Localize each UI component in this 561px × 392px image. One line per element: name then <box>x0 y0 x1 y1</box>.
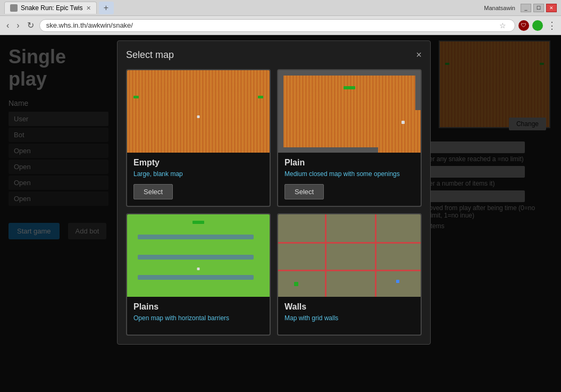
map-thumb-empty <box>127 70 270 153</box>
select-empty-button[interactable]: Select <box>133 184 173 199</box>
map-desc-plain: Medium closed map with some openings <box>284 170 414 179</box>
snake-dot <box>133 96 139 98</box>
shield-icon[interactable]: 🛡 <box>518 20 529 31</box>
map-desc-empty: Large, blank map <box>133 170 263 179</box>
snake-dot-plains <box>192 221 204 224</box>
wall-grid-h2 <box>278 270 421 271</box>
url-text: ske.whs.in.th/awkwin/snake/ <box>46 21 133 29</box>
window-username: Manatsawin <box>484 5 515 11</box>
map-card-walls[interactable]: Walls Map with grid walls <box>277 213 422 336</box>
select-map-modal: Select map × Empty Large, blank map Sele… <box>117 40 431 345</box>
wall-top <box>278 70 421 76</box>
map-card-walls-info: Walls Map with grid walls <box>278 297 421 335</box>
snake-dot <box>258 96 263 98</box>
select-plain-button[interactable]: Select <box>284 184 324 199</box>
tab-title: Snake Run: Epic Twis <box>21 4 83 12</box>
map-name-plain: Plain <box>284 158 414 168</box>
close-button[interactable]: ✕ <box>546 4 557 12</box>
wall-grid-v2 <box>375 214 376 297</box>
page-content: Single play Name User Bot Open Open Open… <box>0 35 561 392</box>
forward-button[interactable]: › <box>14 20 21 31</box>
snake-dot-walls <box>294 282 298 286</box>
map-thumb-plain <box>278 70 421 153</box>
tab-close-button[interactable]: ✕ <box>86 5 91 12</box>
window-controls: Manatsawin _ ☐ ✕ <box>484 4 557 12</box>
map-card-empty[interactable]: Empty Large, blank map Select <box>126 69 271 207</box>
map-card-plain-info: Plain Medium closed map with some openin… <box>278 153 421 206</box>
browser-titlebar: Snake Run: Epic Twis ✕ + Manatsawin _ ☐ … <box>0 0 561 16</box>
browser-navbar: ‹ › ↻ ske.whs.in.th/awkwin/snake/ ☆ 🛡 ⋮ <box>0 16 561 35</box>
wall-h-2 <box>138 255 254 260</box>
status-icon <box>532 20 543 31</box>
snake-dot-small <box>197 268 200 270</box>
map-name-empty: Empty <box>133 158 263 168</box>
new-tab-button[interactable]: + <box>99 2 114 14</box>
minimize-button[interactable]: _ <box>521 4 531 12</box>
tab-favicon <box>10 4 18 12</box>
maps-grid: Empty Large, blank map Select <box>126 69 422 336</box>
wall-left <box>278 70 283 153</box>
modal-header: Select map × <box>126 49 422 61</box>
wall-bottom <box>278 147 378 153</box>
bookmark-icon[interactable]: ☆ <box>497 21 508 30</box>
address-bar[interactable]: ske.whs.in.th/awkwin/snake/ ☆ <box>39 19 515 32</box>
wall-right <box>415 70 421 110</box>
map-card-plain[interactable]: Plain Medium closed map with some openin… <box>277 69 422 207</box>
reload-button[interactable]: ↻ <box>25 19 36 31</box>
snake-dot <box>344 86 355 89</box>
map-card-empty-info: Empty Large, blank map Select <box>127 153 270 206</box>
browser-tab[interactable]: Snake Run: Epic Twis ✕ <box>4 2 97 14</box>
wall-grid-v1 <box>325 214 326 297</box>
snake-dot-2 <box>401 121 405 124</box>
map-desc-plains: Open map with horizontal barriers <box>133 314 263 323</box>
wall-h-1 <box>138 235 254 239</box>
map-thumb-plains <box>127 214 270 297</box>
menu-button[interactable]: ⋮ <box>547 20 557 31</box>
map-name-plains: Plains <box>133 302 263 312</box>
snake-dot-walls-2 <box>396 280 399 283</box>
wall-h-3 <box>138 275 254 280</box>
map-name-walls: Walls <box>284 302 414 312</box>
map-desc-walls: Map with grid walls <box>284 314 414 323</box>
maximize-button[interactable]: ☐ <box>533 4 544 12</box>
wall-grid-h1 <box>278 242 421 244</box>
back-button[interactable]: ‹ <box>4 20 11 31</box>
snake-dot-center <box>197 115 200 118</box>
modal-close-button[interactable]: × <box>416 49 422 61</box>
map-card-plains[interactable]: Plains Open map with horizontal barriers <box>126 213 271 336</box>
map-card-plains-info: Plains Open map with horizontal barriers <box>127 297 270 335</box>
map-thumb-walls <box>278 214 421 297</box>
modal-title: Select map <box>126 49 174 61</box>
